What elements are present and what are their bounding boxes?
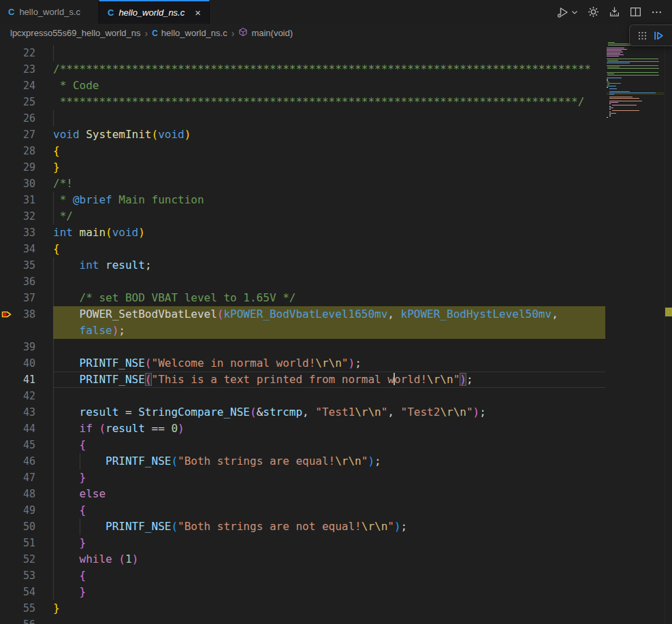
debug-continue-icon[interactable]: [653, 30, 665, 42]
line-number[interactable]: 49: [0, 502, 35, 519]
close-icon[interactable]: ×: [195, 7, 201, 18]
code-line[interactable]: 34{: [0, 241, 605, 257]
code-line[interactable]: 44 if (result == 0): [0, 421, 605, 437]
flash-download-button[interactable]: [609, 6, 620, 18]
code-line[interactable]: 48 else: [0, 486, 605, 502]
tabs-container: Chello_world_s.cChello_world_ns.c×: [0, 0, 210, 24]
code-line[interactable]: 56: [0, 617, 605, 624]
code-line[interactable]: 43 result = StringCompare_NSE(&strcmp, "…: [0, 404, 605, 421]
minimap-bar: [607, 78, 622, 78]
code-line[interactable]: 50 PRINTF_NSE("Both strings are not equa…: [0, 519, 605, 535]
code-line[interactable]: 35 int result;: [0, 257, 605, 274]
line-number[interactable]: 28: [0, 143, 35, 159]
code-line[interactable]: 22: [0, 45, 605, 61]
line-number[interactable]: 29: [0, 159, 35, 176]
token: }: [80, 471, 86, 484]
line-number[interactable]: 36: [0, 274, 35, 290]
code-line[interactable]: 25 *************************************…: [0, 94, 605, 110]
minimap-bar: [609, 112, 611, 112]
line-number[interactable]: 38: [0, 306, 35, 323]
code-line[interactable]: 31 * @brief Main function: [0, 192, 605, 208]
code-line[interactable]: 23/*************************************…: [0, 61, 605, 78]
token: (: [145, 357, 152, 370]
breadcrumb-item[interactable]: Chello_world_ns.c: [152, 28, 227, 38]
line-number[interactable]: 37: [0, 290, 35, 306]
token: (: [171, 455, 178, 467]
code-line[interactable]: 49 {: [0, 502, 605, 519]
line-number[interactable]: 56: [0, 617, 35, 624]
line-number[interactable]: 55: [0, 600, 35, 617]
minimap[interactable]: [607, 42, 664, 624]
code-line[interactable]: 24 * Code: [0, 78, 605, 94]
line-number[interactable]: 43: [0, 404, 35, 421]
line-number[interactable]: 27: [0, 127, 35, 143]
code-line[interactable]: 47 }: [0, 470, 605, 486]
line-number[interactable]: 50: [0, 519, 35, 535]
run-or-debug-button[interactable]: [556, 6, 578, 18]
code-line[interactable]: 53 {: [0, 568, 605, 584]
line-number[interactable]: 24: [0, 78, 35, 94]
line-number[interactable]: 39: [0, 339, 35, 355]
line-number[interactable]: 26: [0, 110, 35, 127]
token: 1: [125, 553, 132, 565]
line-number[interactable]: 46: [0, 453, 35, 470]
code-line[interactable]: 33int main(void): [0, 225, 605, 241]
code-line[interactable]: 27void SystemInit(void): [0, 127, 605, 143]
code-line[interactable]: false);: [0, 323, 605, 339]
line-number[interactable]: 40: [0, 355, 35, 372]
line-number[interactable]: 47: [0, 470, 35, 486]
breadcrumb-item[interactable]: lpcxpresso55s69_hello_world_ns: [10, 28, 141, 38]
line-number[interactable]: 35: [0, 257, 35, 274]
code-line[interactable]: 54 }: [0, 584, 605, 600]
minimap-bar: [609, 101, 642, 101]
line-number[interactable]: 31: [0, 192, 35, 208]
line-number[interactable]: 30: [0, 176, 35, 192]
split-editor-button[interactable]: [630, 6, 641, 18]
line-number[interactable]: 45: [0, 437, 35, 453]
tab-hello_world_ns.c[interactable]: Chello_world_ns.c×: [99, 0, 210, 24]
code-line[interactable]: 30/*!: [0, 176, 605, 192]
minimap-bar: [607, 73, 614, 74]
line-number[interactable]: 51: [0, 535, 35, 551]
line-number[interactable]: 33: [0, 225, 35, 241]
settings-gear-button[interactable]: [588, 6, 599, 18]
overview-ruler[interactable]: [665, 42, 672, 624]
breadcrumb-item[interactable]: main(void): [238, 27, 293, 39]
code-line[interactable]: 46 PRINTF_NSE("Both strings are equal!\r…: [0, 453, 605, 470]
minimap-row: [607, 114, 664, 115]
line-number[interactable]: 22: [0, 45, 35, 61]
line-number[interactable]: 41: [0, 372, 35, 388]
line-number[interactable]: [0, 323, 35, 339]
code-line[interactable]: 32 */: [0, 208, 605, 225]
line-number[interactable]: 44: [0, 421, 35, 437]
gripper-icon[interactable]: [638, 31, 647, 40]
tab-hello_world_s.c[interactable]: Chello_world_s.c: [0, 0, 99, 24]
more-actions-button[interactable]: [651, 6, 662, 18]
code-line[interactable]: 41 PRINTF_NSE("This is a text printed fr…: [0, 372, 605, 388]
code-line[interactable]: 28{: [0, 143, 605, 159]
line-number[interactable]: 25: [0, 94, 35, 110]
line-number[interactable]: 53: [0, 568, 35, 584]
line-number[interactable]: 23: [0, 61, 35, 78]
minimap-bar: [609, 98, 639, 99]
line-number[interactable]: 54: [0, 584, 35, 600]
code-editor[interactable]: 21**/2223/******************************…: [0, 42, 672, 624]
code-line[interactable]: 26: [0, 110, 605, 127]
code-line[interactable]: 29}: [0, 159, 605, 176]
token: 0: [171, 422, 178, 435]
code-line[interactable]: 39: [0, 339, 605, 355]
line-number[interactable]: 32: [0, 208, 35, 225]
line-number[interactable]: 52: [0, 551, 35, 568]
code-line[interactable]: 55}: [0, 600, 605, 617]
code-line[interactable]: 51 }: [0, 535, 605, 551]
code-line[interactable]: 36: [0, 274, 605, 290]
code-line[interactable]: 40 PRINTF_NSE("Welcome in normal world!\…: [0, 355, 605, 372]
code-line[interactable]: 38 POWER_SetBodVbatLevel(kPOWER_BodVbatL…: [0, 306, 605, 323]
line-number[interactable]: 48: [0, 486, 35, 502]
code-line[interactable]: 45 {: [0, 437, 605, 453]
line-number[interactable]: 42: [0, 388, 35, 404]
code-line[interactable]: 42: [0, 388, 605, 404]
line-number[interactable]: 34: [0, 241, 35, 257]
code-line[interactable]: 52 while (1): [0, 551, 605, 568]
code-line[interactable]: 37 /* set BOD VBAT level to 1.65V */: [0, 290, 605, 306]
